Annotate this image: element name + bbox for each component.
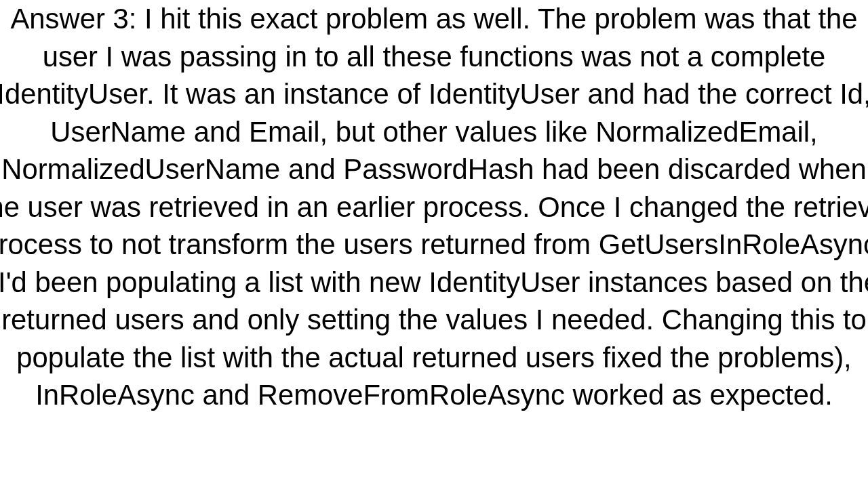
answer-body: I hit this exact problem as well. The pr… [0,3,868,411]
answer-text-block: Answer 3: I hit this exact problem as we… [0,0,868,414]
answer-label: Answer 3: [10,3,136,35]
